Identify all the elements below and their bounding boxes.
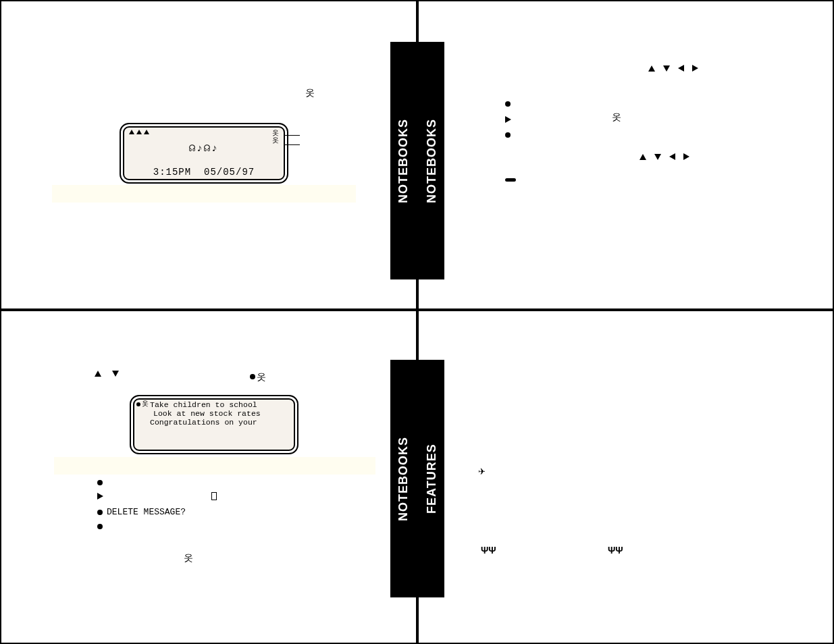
person-icon: 옷 [272, 130, 279, 136]
bullet-person-icon: 옷 [250, 372, 266, 381]
bullet-icon [505, 101, 511, 107]
person-icon: 옷 [612, 112, 621, 122]
right-arrow-icon [97, 493, 103, 500]
bullet-icon [505, 132, 511, 138]
person-icon: 옷 [272, 137, 279, 144]
panel-bottom-left: NOTEBOOKS 옷 옷 Take children to school Lo… [0, 310, 417, 644]
icon-list [505, 101, 511, 138]
spine-features: FEATURES [419, 360, 444, 597]
arrow-cluster-icon [648, 65, 698, 72]
lcd-display-messages: 옷 Take children to school Look at new st… [130, 395, 298, 454]
panel-bottom-right: FEATURES ✈ ΨΨ ΨΨ [417, 310, 834, 644]
bullet-icon [97, 524, 103, 529]
spine-notebooks: NOTEBOOKS [390, 42, 416, 279]
up-down-icons [95, 371, 119, 377]
airplane-icon: ✈ [478, 466, 486, 477]
panel-top-right: NOTEBOOKS 옷 [417, 0, 834, 310]
delete-steps-list: DELETE MESSAGE? [97, 480, 217, 529]
cursor-icon [211, 492, 217, 500]
antenna-icon: ΨΨ [608, 545, 623, 556]
person-icon: 옷 [184, 553, 193, 562]
panel-top-left: NOTEBOOKS 옷 옷 옷 ☊♪☊♪ 3:15PM 05/05/97 [0, 0, 417, 310]
delete-prompt-text: DELETE MESSAGE? [107, 507, 186, 517]
memory-indicator-triangles [129, 130, 150, 134]
lcd-time-date: 3:15PM 05/05/97 [128, 165, 280, 179]
message-line: Congratulations on your [150, 418, 261, 427]
lcd-display-standby: 옷 옷 ☊♪☊♪ 3:15PM 05/05/97 [120, 123, 288, 184]
person-icon: 옷 [305, 88, 315, 97]
arrow-cluster-icon [640, 153, 689, 160]
antenna-icon: ΨΨ [481, 545, 496, 556]
bullet-icon [136, 402, 140, 406]
bullet-icon [97, 510, 103, 515]
highlight-bar [52, 185, 356, 203]
spine-notebooks: NOTEBOOKS [419, 42, 444, 279]
right-arrow-icon [505, 116, 511, 123]
message-line: Take children to school [150, 400, 261, 409]
highlight-bar [54, 457, 375, 475]
pill-icon [505, 178, 516, 182]
person-icon: 옷 [142, 400, 149, 407]
bullet-icon [97, 480, 103, 485]
message-line: Look at new stock rates [150, 409, 261, 418]
lcd-alert-row: ☊♪☊♪ [128, 140, 280, 156]
spine-notebooks: NOTEBOOKS [390, 360, 416, 597]
